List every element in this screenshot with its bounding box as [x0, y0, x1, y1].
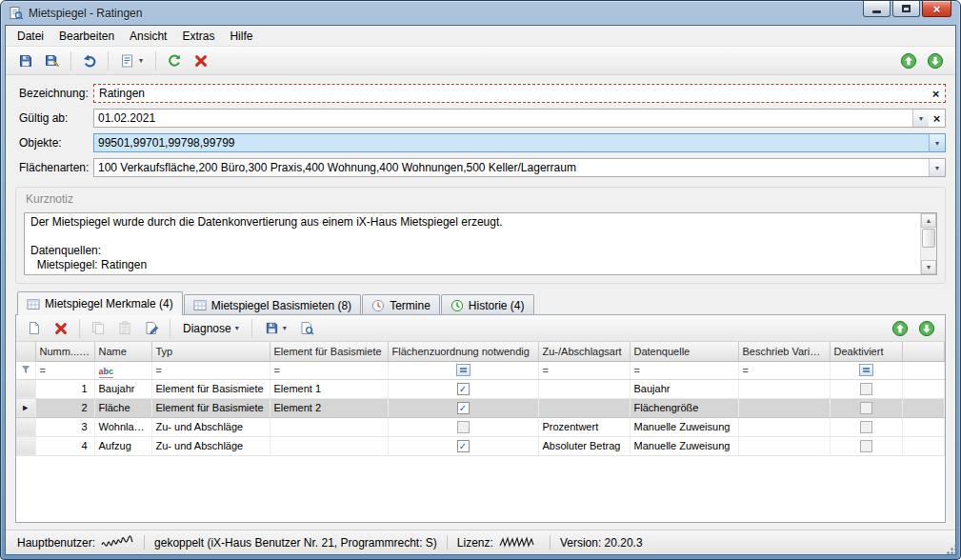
column-header[interactable]: Numm...▲: [35, 342, 94, 361]
grid-cell[interactable]: Zu- und Abschläge: [151, 417, 270, 436]
checkbox[interactable]: [860, 383, 872, 395]
grid-cell[interactable]: 4: [35, 436, 94, 455]
grid-nav-next-button[interactable]: [914, 317, 939, 340]
column-header[interactable]: Deaktiviert: [830, 342, 902, 361]
maximize-button[interactable]: [892, 1, 920, 17]
grid-cell[interactable]: [738, 379, 830, 398]
save-button[interactable]: [13, 50, 38, 72]
dropdown-arrow-icon[interactable]: ▾: [912, 110, 929, 127]
clear-icon[interactable]: ×: [929, 110, 945, 127]
checkbox[interactable]: ✓: [457, 440, 470, 452]
grid-cell[interactable]: Manuelle Zuweisung: [630, 417, 738, 436]
paste-button[interactable]: [112, 317, 137, 340]
save-as-button[interactable]: [40, 50, 65, 72]
filter-cell[interactable]: [830, 361, 902, 379]
filter-cell[interactable]: =: [35, 361, 94, 379]
grid-cell[interactable]: Fläche: [94, 398, 151, 417]
menu-hilfe[interactable]: Hilfe: [222, 27, 260, 46]
preview-button[interactable]: [295, 317, 320, 340]
filter-cell[interactable]: =: [151, 361, 270, 379]
column-header[interactable]: Typ: [151, 342, 270, 361]
edit-button[interactable]: [139, 317, 164, 340]
checkbox[interactable]: [457, 421, 470, 433]
grid-cell[interactable]: [270, 436, 388, 455]
grid-cell[interactable]: Manuelle Zuweisung: [630, 436, 738, 455]
table-row[interactable]: ►2FlächeElement für BasismieteElement 2✓…: [16, 398, 945, 417]
grid-cell[interactable]: ✓: [388, 398, 538, 417]
view-menu-button[interactable]: ▾: [114, 50, 150, 72]
grid-cell[interactable]: 1: [35, 379, 94, 398]
column-header[interactable]: Beschrieb Variable: [738, 342, 830, 361]
grid-cell[interactable]: 3: [35, 417, 94, 436]
grid-cell[interactable]: [830, 417, 902, 436]
grid-cell[interactable]: [830, 436, 902, 455]
checkbox[interactable]: ✓: [457, 383, 470, 395]
delete-button[interactable]: [189, 50, 213, 72]
grid-cell[interactable]: [538, 379, 630, 398]
grid-cell[interactable]: ✓: [388, 436, 538, 455]
grid-cell[interactable]: [538, 398, 630, 417]
table-row[interactable]: 1BaujahrElement für BasismieteElement 1✓…: [16, 379, 945, 398]
grid-cell[interactable]: [388, 417, 538, 436]
column-header[interactable]: Flächenzuordnung notwendig: [388, 342, 538, 361]
grid-cell[interactable]: [830, 398, 902, 417]
column-header[interactable]: Zu-/Abschlagsart: [538, 342, 630, 361]
export-button[interactable]: ▾: [258, 317, 293, 340]
close-button[interactable]: ×: [922, 1, 951, 17]
grid-cell[interactable]: [270, 417, 388, 436]
tab-mietspiegel-basismieten[interactable]: Mietspiegel Basismieten (8): [184, 294, 361, 315]
checkbox[interactable]: [860, 402, 872, 414]
tab-termine[interactable]: Termine: [362, 294, 440, 315]
minimize-button[interactable]: [863, 1, 891, 17]
grid-cell[interactable]: 2: [35, 398, 94, 417]
menu-extras[interactable]: Extras: [174, 27, 222, 46]
grid-nav-previous-button[interactable]: [888, 317, 912, 340]
filter-cell[interactable]: abc: [94, 361, 151, 379]
checkbox[interactable]: [860, 421, 872, 433]
clear-icon[interactable]: ×: [928, 86, 944, 101]
table-row[interactable]: 4AufzugZu- und Abschläge✓Absoluter Betra…: [16, 436, 945, 455]
tab-mietspiegel-merkmale[interactable]: Mietspiegel Merkmale (4): [17, 291, 183, 315]
grid-cell[interactable]: Baujahr: [630, 379, 738, 398]
scroll-up-icon[interactable]: ▲: [921, 213, 936, 228]
menu-bearbeiten[interactable]: Bearbeiten: [51, 27, 122, 46]
grid-cell[interactable]: [738, 398, 830, 417]
nav-previous-button[interactable]: [896, 50, 921, 72]
filter-cell[interactable]: =: [538, 361, 630, 379]
grid-cell[interactable]: Flächengröße: [630, 398, 738, 417]
titlebar[interactable]: Mietspiegel - Ratingen: [5, 1, 956, 25]
filter-cell[interactable]: =: [738, 361, 830, 379]
grid-cell[interactable]: Zu- und Abschläge: [151, 436, 270, 455]
grid-cell[interactable]: [738, 417, 830, 436]
column-header[interactable]: Datenquelle: [630, 342, 738, 361]
scrollbar-track[interactable]: [921, 228, 936, 260]
flaechenarten-input[interactable]: [94, 159, 929, 176]
grid-cell[interactable]: ✓: [388, 379, 538, 398]
refresh-button[interactable]: [162, 50, 187, 72]
scrollbar-thumb[interactable]: [922, 229, 935, 248]
grid-cell[interactable]: Wohnlage1: [94, 417, 151, 436]
checkbox[interactable]: [860, 440, 872, 452]
undo-button[interactable]: [77, 50, 102, 72]
filter-cell[interactable]: =: [630, 361, 738, 379]
column-header[interactable]: Element für Basismiete: [270, 342, 388, 361]
menu-datei[interactable]: Datei: [10, 27, 51, 46]
filter-cell[interactable]: [388, 361, 538, 379]
grid-cell[interactable]: Element 2: [270, 398, 388, 417]
table-row[interactable]: 3Wohnlage1Zu- und AbschlägeProzentwertMa…: [16, 417, 945, 436]
grid-cell[interactable]: [738, 436, 830, 455]
kurznotiz-textarea[interactable]: Der Mietspiegel wurde durch die Datenkon…: [25, 213, 920, 274]
grid-cell[interactable]: Element für Basismiete: [151, 398, 270, 417]
gueltig-ab-input[interactable]: [94, 110, 912, 127]
scroll-down-icon[interactable]: ▼: [921, 260, 936, 274]
dropdown-arrow-icon[interactable]: ▾: [929, 134, 945, 151]
scrollbar[interactable]: ▲ ▼: [920, 213, 936, 274]
objekte-input[interactable]: [94, 134, 929, 151]
new-record-button[interactable]: [22, 317, 47, 340]
delete-record-button[interactable]: [49, 317, 73, 340]
column-header[interactable]: Name: [94, 342, 151, 361]
grid-cell[interactable]: Absoluter Betrag: [538, 436, 630, 455]
bezeichnung-input[interactable]: [95, 86, 928, 101]
grid-cell[interactable]: Prozentwert: [538, 417, 630, 436]
grid-cell[interactable]: Element 1: [270, 379, 388, 398]
